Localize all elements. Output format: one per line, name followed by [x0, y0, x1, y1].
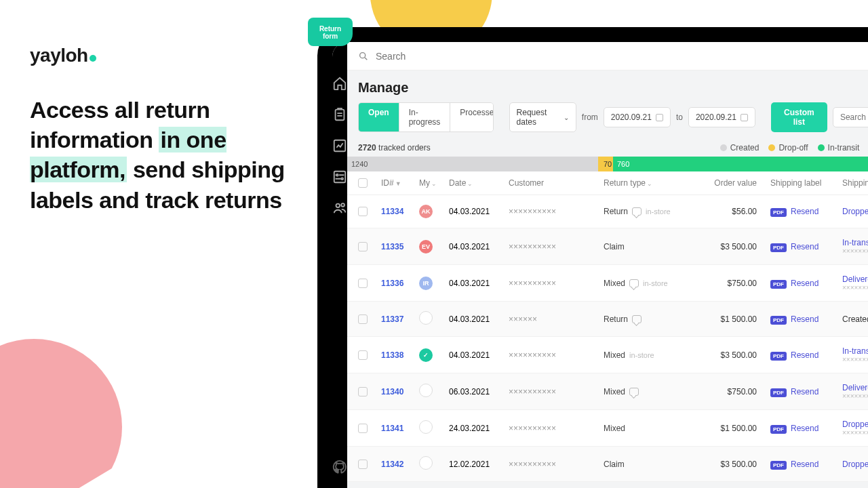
- cell-shipping-label: PDFResend: [757, 424, 829, 433]
- svg-rect-0: [336, 110, 344, 121]
- table-row[interactable]: 11336 IR 04.03.2021 ×××××××××× Mixed in-…: [347, 265, 868, 302]
- order-id-link[interactable]: 11335: [381, 242, 419, 251]
- dot-created: [720, 144, 727, 151]
- col-date[interactable]: Date⌄: [449, 178, 509, 188]
- resend-link[interactable]: Resend: [791, 242, 818, 251]
- svg-point-7: [360, 52, 366, 58]
- tracked-summary-row: 2720 tracked orders Created Drop-off In-…: [347, 139, 868, 157]
- cell-shipping-label: PDFResend: [757, 350, 829, 360]
- date-from-input[interactable]: 2020.09.21: [604, 107, 671, 127]
- col-customer[interactable]: Customer: [509, 178, 604, 188]
- github-icon[interactable]: [332, 460, 347, 474]
- cell-date: 04.03.2021: [449, 279, 509, 288]
- marketing-headline: Access all return information in one pla…: [30, 95, 288, 215]
- global-search-input[interactable]: [376, 51, 868, 62]
- order-id-link[interactable]: 11341: [381, 424, 419, 433]
- table-row[interactable]: 11341 24.03.2021 ×××××××××× Mixed $1 500…: [347, 410, 868, 447]
- order-id-link[interactable]: 11340: [381, 387, 419, 396]
- col-id[interactable]: ID#▼: [381, 178, 419, 188]
- col-shipping-label[interactable]: Shipping label: [757, 178, 829, 188]
- cell-customer: ××××××××××: [509, 460, 604, 469]
- cell-return-type: Claim: [604, 242, 692, 251]
- cell-order-value: $750.00: [692, 387, 757, 396]
- pdf-badge: PDF: [770, 208, 787, 217]
- resend-link[interactable]: Resend: [791, 350, 818, 360]
- filter-search-input[interactable]: [833, 107, 868, 127]
- cell-date: 04.03.2021: [449, 242, 509, 251]
- col-return-type[interactable]: Return type⌄: [604, 178, 692, 188]
- sort-icon: ▼: [395, 180, 401, 187]
- return-form-tab[interactable]: Return form: [308, 18, 353, 46]
- cell-shipping-label: PDFResend: [757, 242, 829, 251]
- cell-shipping-status: Dropped-of: [829, 460, 868, 469]
- select-all-checkbox[interactable]: [358, 178, 368, 188]
- chart-icon[interactable]: [332, 138, 347, 153]
- pdf-badge: PDF: [770, 316, 787, 325]
- status-tabs: Open In-progress Processed: [358, 102, 494, 132]
- sliders-icon[interactable]: [332, 169, 347, 184]
- table-row[interactable]: 11340 06.03.2021 ×××××××××× Mixed $750.0…: [347, 373, 868, 410]
- row-checkbox[interactable]: [358, 279, 368, 288]
- resend-link[interactable]: Resend: [791, 279, 818, 288]
- resend-link[interactable]: Resend: [791, 207, 818, 216]
- segment-dropoff: 70: [598, 157, 613, 171]
- resend-link[interactable]: Resend: [791, 424, 818, 433]
- cell-customer: ××××××××××: [509, 242, 604, 251]
- row-checkbox[interactable]: [358, 242, 368, 251]
- order-id-link[interactable]: 11337: [381, 314, 419, 324]
- clipboard-icon[interactable]: [332, 107, 347, 122]
- chevron-down-icon: ⌄: [564, 114, 569, 121]
- date-to-input[interactable]: 2020.09.21: [688, 107, 755, 127]
- order-id-link[interactable]: 11338: [381, 350, 419, 360]
- col-shipping-status[interactable]: Shipping st: [829, 178, 868, 188]
- resend-link[interactable]: Resend: [791, 314, 818, 324]
- cell-shipping-status: Dropped-of××××××××××: [829, 420, 868, 436]
- custom-list-button[interactable]: Custom list: [771, 102, 827, 132]
- tab-processed[interactable]: Processed: [450, 103, 493, 131]
- table-row[interactable]: 11334 AK 04.03.2021 ×××××××××× Return in…: [347, 195, 868, 228]
- table-row[interactable]: 11337 04.03.2021 ×××××× Return $1 500.00…: [347, 302, 868, 337]
- chat-icon: [629, 279, 639, 287]
- col-my[interactable]: My⌄: [419, 178, 449, 188]
- pdf-badge: PDF: [770, 425, 787, 434]
- col-order-value[interactable]: Order value: [692, 178, 757, 188]
- nav-rail: [332, 42, 347, 488]
- avatar-empty: [419, 384, 433, 397]
- row-checkbox[interactable]: [358, 424, 368, 433]
- avatar: EV: [419, 240, 433, 253]
- order-id-link[interactable]: 11342: [381, 460, 419, 469]
- tab-open[interactable]: Open: [359, 103, 399, 131]
- table-row[interactable]: 11338 ✓ 04.03.2021 ×××××××××× Mixed in-s…: [347, 337, 868, 373]
- tab-in-progress[interactable]: In-progress: [399, 103, 451, 131]
- pdf-badge: PDF: [770, 461, 787, 470]
- row-checkbox[interactable]: [358, 314, 368, 324]
- cell-order-value: $1 500.00: [692, 314, 757, 324]
- home-icon[interactable]: [332, 76, 347, 91]
- order-id-link[interactable]: 11334: [381, 207, 419, 216]
- cell-shipping-label: PDFResend: [757, 314, 829, 324]
- users-icon[interactable]: [332, 201, 347, 216]
- search-icon: [358, 51, 369, 62]
- app-screen: Manage Open In-progress Processed Reques…: [332, 42, 868, 488]
- segment-intransit: 760: [613, 157, 868, 171]
- cell-shipping-status: Delivered××××××××××: [829, 274, 868, 291]
- cell-order-value: $3 500.00: [692, 460, 757, 469]
- row-checkbox[interactable]: [358, 460, 368, 469]
- resend-link[interactable]: Resend: [791, 387, 818, 396]
- dot-dropoff: [768, 144, 775, 151]
- row-checkbox[interactable]: [358, 387, 368, 396]
- resend-link[interactable]: Resend: [791, 460, 818, 469]
- cell-shipping-status: In-transit××××××××××: [829, 346, 868, 363]
- row-checkbox[interactable]: [358, 350, 368, 360]
- cell-order-value: $3 500.00: [692, 242, 757, 251]
- cell-date: 12.02.2021: [449, 460, 509, 469]
- cell-date: 04.03.2021: [449, 314, 509, 324]
- order-id-link[interactable]: 11336: [381, 279, 419, 288]
- table-row[interactable]: 11342 12.02.2021 ×××××××××× Claim $3 500…: [347, 447, 868, 482]
- pdf-badge: PDF: [770, 280, 787, 289]
- segment-created: 1240: [347, 157, 598, 171]
- row-checkbox[interactable]: [358, 207, 368, 216]
- request-dates-dropdown[interactable]: Request dates⌄: [509, 102, 576, 132]
- device-frame: Return form Manage Open In-progress Proc…: [317, 27, 868, 488]
- table-row[interactable]: 11335 EV 04.03.2021 ×××××××××× Claim $3 …: [347, 228, 868, 265]
